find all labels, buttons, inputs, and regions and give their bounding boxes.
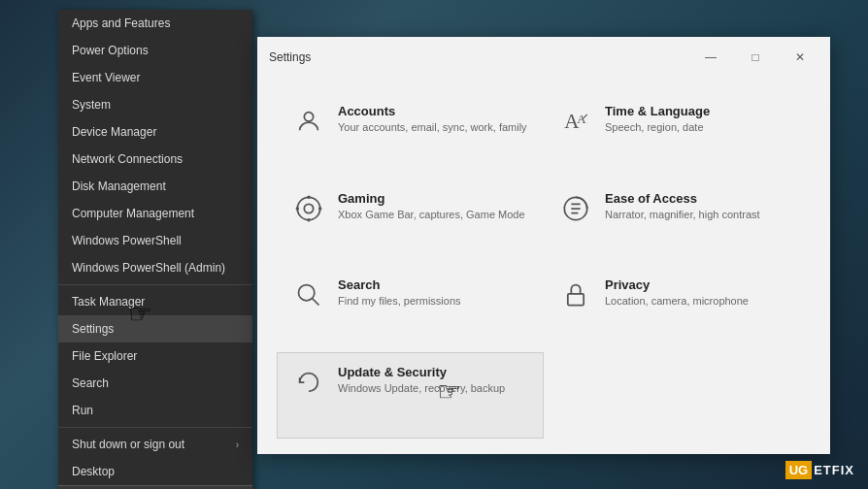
gaming-title: Gaming (338, 191, 529, 206)
menu-divider-2 (58, 427, 252, 428)
minimize-button[interactable]: — (688, 43, 733, 72)
svg-point-10 (299, 285, 315, 301)
menu-item-event[interactable]: Event Viewer (58, 64, 252, 91)
privacy-desc: Location, camera, microphone (605, 294, 796, 309)
title-bar: Settings — □ ✕ (257, 37, 830, 76)
settings-window: Settings — □ ✕ Accounts Your accounts, e… (257, 37, 830, 454)
svg-line-11 (313, 299, 319, 306)
taskbar-search[interactable]: 🔍 Type here to search (58, 485, 252, 489)
menu-item-run[interactable]: Run (58, 397, 252, 424)
ease-text: Ease of Access Narrator, magnifier, high… (605, 191, 796, 222)
ease-desc: Narrator, magnifier, high contrast (605, 208, 796, 222)
privacy-title: Privacy (605, 277, 796, 292)
menu-item-apps[interactable]: Apps and Features (58, 10, 252, 37)
settings-item-privacy[interactable]: Privacy Location, camera, microphone (544, 265, 811, 352)
menu-item-power[interactable]: Power Options (58, 37, 252, 64)
settings-item-gaming[interactable]: Gaming Xbox Game Bar, captures, Game Mod… (277, 179, 544, 266)
search-settings-icon (291, 277, 326, 312)
settings-grid: Accounts Your accounts, email, sync, wor… (257, 76, 830, 454)
watermark-prefix: UG (785, 461, 813, 479)
settings-item-search[interactable]: Search Find my files, permissions (277, 265, 544, 352)
search-text: Search Find my files, permissions (338, 277, 529, 309)
menu-item-search[interactable]: Search (58, 370, 252, 397)
menu-item-file-explorer[interactable]: File Explorer (58, 342, 252, 370)
ease-icon (558, 191, 593, 226)
svg-point-5 (307, 195, 311, 199)
search-title: Search (338, 277, 529, 292)
svg-point-4 (304, 204, 313, 212)
close-button[interactable]: ✕ (778, 43, 822, 72)
svg-rect-12 (568, 294, 584, 306)
menu-item-powershell-admin[interactable]: Windows PowerShell (Admin) (58, 254, 252, 281)
menu-item-shutdown[interactable]: Shut down or sign out › (58, 431, 252, 458)
time-icon: A A (558, 104, 593, 139)
search-desc: Find my files, permissions (338, 294, 529, 309)
svg-point-7 (296, 207, 300, 211)
accounts-text: Accounts Your accounts, email, sync, wor… (338, 104, 529, 135)
menu-item-task-manager[interactable]: Task Manager (58, 288, 252, 315)
update-text: Update & Security Windows Update, recove… (338, 365, 529, 396)
watermark-suffix: ETFIX (814, 463, 854, 477)
settings-item-update[interactable]: Update & Security Windows Update, recove… (277, 352, 544, 440)
menu-item-settings[interactable]: Settings (58, 315, 252, 342)
window-title: Settings (269, 50, 311, 64)
svg-text:A: A (577, 113, 586, 126)
privacy-icon (558, 277, 593, 312)
menu-divider-1 (58, 284, 252, 285)
svg-point-0 (304, 113, 313, 121)
time-desc: Speech, region, date (605, 120, 796, 135)
gaming-text: Gaming Xbox Game Bar, captures, Game Mod… (338, 191, 529, 222)
ease-title: Ease of Access (605, 191, 796, 206)
update-icon (291, 365, 326, 400)
cursor-hand-2: ☞ (437, 378, 461, 406)
time-text: Time & Language Speech, region, date (605, 104, 796, 135)
accounts-icon (291, 104, 326, 139)
update-title: Update & Security (338, 365, 529, 379)
watermark: UG ETFIX (785, 461, 854, 479)
menu-item-system[interactable]: System (58, 91, 252, 118)
window-controls: — □ ✕ (688, 43, 822, 72)
context-menu: Apps and Features Power Options Event Vi… (58, 10, 252, 489)
menu-item-network[interactable]: Network Connections (58, 146, 252, 173)
settings-item-accounts[interactable]: Accounts Your accounts, email, sync, wor… (277, 91, 544, 179)
svg-point-8 (318, 207, 322, 211)
submenu-arrow-icon: › (236, 440, 239, 450)
menu-item-powershell[interactable]: Windows PowerShell (58, 227, 252, 254)
menu-item-computer[interactable]: Computer Management (58, 200, 252, 227)
settings-item-ease[interactable]: Ease of Access Narrator, magnifier, high… (544, 179, 811, 266)
gaming-desc: Xbox Game Bar, captures, Game Mode (338, 208, 529, 222)
cursor-hand-1: ☞ (128, 301, 152, 328)
accounts-desc: Your accounts, email, sync, work, family (338, 120, 529, 135)
menu-item-device[interactable]: Device Manager (58, 118, 252, 146)
update-desc: Windows Update, recovery, backup (338, 381, 529, 396)
svg-point-6 (307, 217, 311, 221)
svg-point-3 (297, 197, 319, 219)
accounts-title: Accounts (338, 104, 529, 118)
settings-item-time[interactable]: A A Time & Language Speech, region, date (544, 91, 811, 179)
maximize-button[interactable]: □ (733, 43, 778, 72)
gaming-icon (291, 191, 326, 226)
menu-item-desktop[interactable]: Desktop (58, 458, 252, 485)
time-title: Time & Language (605, 104, 796, 118)
privacy-text: Privacy Location, camera, microphone (605, 277, 796, 309)
menu-item-disk[interactable]: Disk Management (58, 173, 252, 200)
